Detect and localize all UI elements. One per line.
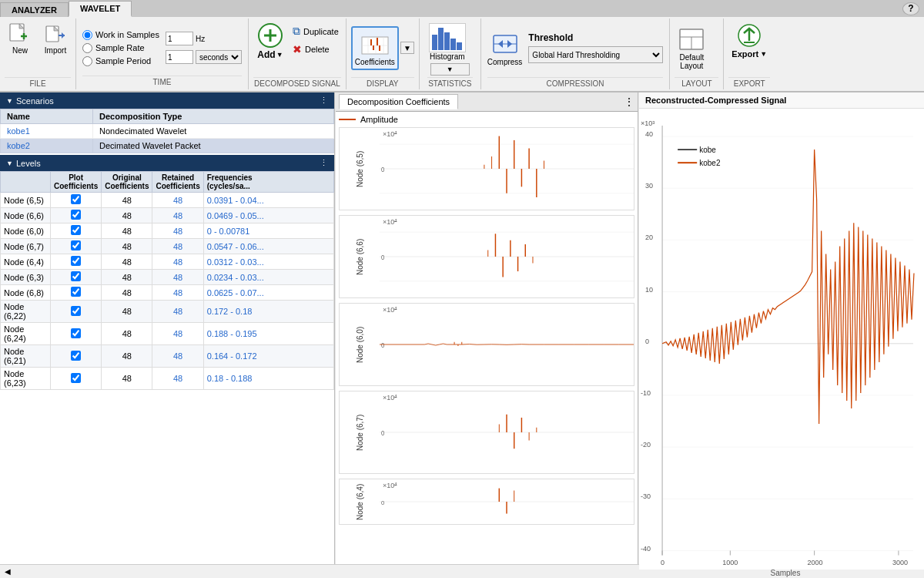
work-in-samples-radio[interactable]: Work in Samples <box>82 30 159 40</box>
left-panel: ▼ Scenarios ⋮ Name Decomposition Type ko… <box>0 92 335 564</box>
levels-freq-4[interactable]: 0.0312 - 0.03... <box>203 254 333 270</box>
sample-period-radio[interactable]: Sample Period <box>82 56 159 66</box>
levels-freq-7[interactable]: 0.172 - 0.18 <box>203 301 333 323</box>
export-button[interactable]: Export ▼ <box>728 20 770 60</box>
levels-retained-7: 48 <box>152 301 203 323</box>
scenario-row-1[interactable]: kobe1 Nondecimated Wavelet <box>1 124 334 139</box>
panel-tab-dots[interactable]: ⋮ <box>624 96 634 108</box>
levels-row[interactable]: Node (6,24) 48 48 0.188 - 0.195 <box>1 323 334 345</box>
levels-header[interactable]: ▼ Levels ⋮ <box>0 155 334 171</box>
stats-dropdown-arrow[interactable]: ▼ <box>430 63 470 76</box>
levels-original-10: 48 <box>102 368 152 390</box>
chart-node-6-7: Node (6,7) ×10⁴ 0 <box>339 391 634 474</box>
scenario-type-2: Decimated Wavelet Packet <box>93 139 334 153</box>
duplicate-button[interactable]: ⧉ Duplicate <box>290 23 341 39</box>
histogram-button[interactable]: Histogram <box>427 22 467 62</box>
compression-group: Compress Threshold Global Hard Threshold… <box>481 18 671 89</box>
export-group-label: EXPORT <box>728 77 770 88</box>
levels-original-3: 48 <box>102 239 152 254</box>
file-group-label: FILE <box>5 77 71 88</box>
tab-wavelet[interactable]: WAVELET <box>69 1 132 17</box>
levels-freq-5[interactable]: 0.0234 - 0.03... <box>203 270 333 285</box>
levels-plot-2[interactable] <box>51 223 102 239</box>
levels-row[interactable]: Node (6,5) 48 48 0.0391 - 0.04... <box>1 193 334 208</box>
levels-plot-3[interactable] <box>51 239 102 254</box>
svg-text:3000: 3000 <box>892 559 908 566</box>
decomp-coefficients-tab[interactable]: Decomposition Coefficients <box>339 94 458 109</box>
levels-row[interactable]: Node (6,7) 48 48 0.0547 - 0.06... <box>1 239 334 254</box>
levels-plot-7[interactable] <box>51 301 102 323</box>
levels-freq-0[interactable]: 0.0391 - 0.04... <box>203 193 333 208</box>
display-group: Coefficients ▼ DISPLAY <box>346 18 420 89</box>
levels-freq-3[interactable]: 0.0547 - 0.06... <box>203 239 333 254</box>
levels-freq-8[interactable]: 0.188 - 0.195 <box>203 323 333 345</box>
levels-row[interactable]: Node (6,6) 48 48 0.0469 - 0.05... <box>1 208 334 223</box>
levels-freq-9[interactable]: 0.164 - 0.172 <box>203 345 333 368</box>
decomp-charts-container[interactable]: Amplitude Node (6,5) ×10⁴ 0 <box>336 112 638 564</box>
tab-analyzer[interactable]: ANALYZER <box>0 2 69 17</box>
levels-col-retained: RetainedCoefficients <box>152 172 203 193</box>
levels-plot-0[interactable] <box>51 193 102 208</box>
svg-text:1000: 1000 <box>722 559 738 566</box>
scenarios-header[interactable]: ▼ Scenarios ⋮ <box>0 92 334 109</box>
default-layout-icon <box>678 25 705 53</box>
right-chart-area: ×10³ 40 30 20 10 0 -10 -20 -30 -40 <box>639 109 924 570</box>
levels-row[interactable]: Node (6,0) 48 48 0 - 0.00781 <box>1 223 334 239</box>
levels-original-6: 48 <box>102 285 152 301</box>
levels-freq-10[interactable]: 0.18 - 0.188 <box>203 368 333 390</box>
threshold-select[interactable]: Global Hard Thresholding <box>528 46 663 63</box>
threshold-title: Threshold <box>528 32 663 43</box>
new-button[interactable]: New <box>5 20 35 56</box>
sample-rate-radio[interactable]: Sample Rate <box>82 43 159 53</box>
period-unit-select[interactable]: seconds <box>196 50 242 64</box>
levels-retained-9: 48 <box>152 345 203 368</box>
chart-ylabel-6-4: Node (6,4) <box>340 479 380 524</box>
statistics-group: Histogram ▼ STATISTICS <box>420 18 481 89</box>
status-bar-left-arrow[interactable]: ◀ <box>5 567 11 576</box>
default-layout-button[interactable]: Default Layout <box>675 24 708 72</box>
hz-value-input[interactable] <box>166 32 193 45</box>
levels-row[interactable]: Node (6,23) 48 48 0.18 - 0.188 <box>1 368 334 390</box>
levels-dots[interactable]: ⋮ <box>320 158 328 168</box>
levels-table-container[interactable]: PlotCoefficients OriginalCoefficients Re… <box>0 171 334 564</box>
levels-node-9: Node (6,21) <box>1 345 51 368</box>
levels-row[interactable]: Node (6,8) 48 48 0.0625 - 0.07... <box>1 285 334 301</box>
period-value-input[interactable] <box>166 50 193 64</box>
levels-plot-9[interactable] <box>51 345 102 368</box>
svg-text:kobe: kobe <box>699 146 716 154</box>
levels-retained-6: 48 <box>152 285 203 301</box>
delete-button[interactable]: ✖ Delete <box>290 42 341 57</box>
levels-freq-6[interactable]: 0.0625 - 0.07... <box>203 285 333 301</box>
scenarios-dots[interactable]: ⋮ <box>320 96 328 106</box>
compress-button[interactable]: Compress <box>487 30 523 66</box>
scenarios-col-name: Name <box>1 109 93 124</box>
levels-node-0: Node (6,5) <box>1 193 51 208</box>
levels-row[interactable]: Node (6,21) 48 48 0.164 - 0.172 <box>1 345 334 368</box>
import-label: Import <box>45 46 66 55</box>
svg-text:0: 0 <box>381 430 385 437</box>
levels-plot-8[interactable] <box>51 323 102 345</box>
scenarios-col-type: Decomposition Type <box>93 109 334 124</box>
svg-text:0: 0 <box>381 342 385 349</box>
scenario-row-2[interactable]: kobe2 Decimated Wavelet Packet <box>1 139 334 153</box>
levels-col-original: OriginalCoefficients <box>102 172 152 193</box>
levels-plot-5[interactable] <box>51 270 102 285</box>
display-dropdown-arrow[interactable]: ▼ <box>400 42 414 54</box>
levels-node-3: Node (6,7) <box>1 239 51 254</box>
levels-plot-4[interactable] <box>51 254 102 270</box>
levels-node-5: Node (6,3) <box>1 270 51 285</box>
import-button[interactable]: Import <box>40 20 71 56</box>
levels-plot-10[interactable] <box>51 368 102 390</box>
add-button[interactable]: Add ▼ <box>253 20 287 62</box>
levels-row[interactable]: Node (6,4) 48 48 0.0312 - 0.03... <box>1 254 334 270</box>
levels-row[interactable]: Node (6,22) 48 48 0.172 - 0.18 <box>1 301 334 323</box>
levels-plot-1[interactable] <box>51 208 102 223</box>
coefficients-button[interactable]: Coefficients <box>351 26 399 70</box>
levels-retained-4: 48 <box>152 254 203 270</box>
levels-plot-6[interactable] <box>51 285 102 301</box>
help-button[interactable]: ? <box>902 2 919 15</box>
levels-freq-1[interactable]: 0.0469 - 0.05... <box>203 208 333 223</box>
levels-row[interactable]: Node (6,3) 48 48 0.0234 - 0.03... <box>1 270 334 285</box>
levels-freq-2[interactable]: 0 - 0.00781 <box>203 223 333 239</box>
scenarios-table: Name Decomposition Type kobe1 Nondecimat… <box>0 109 334 153</box>
